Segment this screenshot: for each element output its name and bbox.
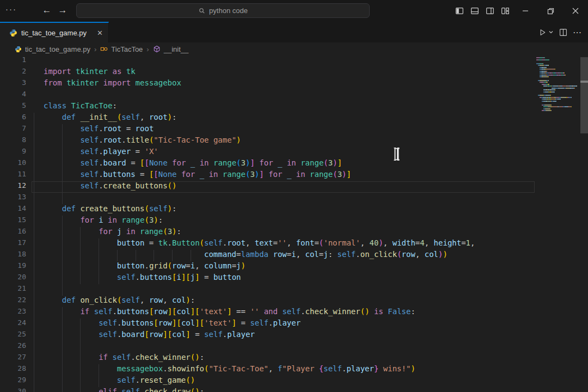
code-line[interactable]: from tkinter import messagebox — [0, 78, 536, 90]
breadcrumb-separator: › — [94, 45, 96, 53]
minimap-line — [544, 57, 545, 58]
gutter-scope-guide — [34, 136, 34, 147]
breadcrumb-method[interactable]: __init__ — [164, 45, 189, 53]
tab-bar: tic_tac_toe_game.py ✕ ⋯ — [0, 22, 588, 42]
toggle-secondary-sidebar-button[interactable] — [482, 0, 498, 22]
code-line[interactable]: self.player = 'X' — [0, 147, 536, 158]
code-text: button = tk.Button(self.root, text='', f… — [44, 238, 475, 247]
minimap-line — [565, 75, 566, 76]
code-line[interactable]: for i in range(3): — [0, 216, 536, 227]
python-file-icon — [9, 29, 17, 37]
code-line[interactable]: self.buttons = [[None for _ in range(3)]… — [0, 170, 536, 181]
breadcrumb-file[interactable]: tic_tac_toe_game.py — [25, 45, 90, 53]
code-line[interactable]: self.buttons[row][col]['text'] = self.pl… — [0, 318, 536, 330]
gutter-scope-guide — [34, 341, 34, 353]
customize-layout-button[interactable] — [498, 0, 513, 22]
minimap-line — [547, 82, 548, 83]
code-line[interactable]: button.grid(row=i, column=j) — [0, 261, 536, 273]
minimap-line — [545, 59, 549, 60]
minimap-line — [548, 76, 549, 77]
minimap-line — [548, 65, 549, 66]
breadcrumb-class[interactable]: TicTacToe — [111, 45, 143, 53]
toggle-panel-button[interactable] — [467, 0, 482, 22]
tab-tic-tac-toe-game[interactable]: tic_tac_toe_game.py ✕ — [0, 22, 109, 42]
restore-button[interactable] — [538, 0, 563, 22]
gutter-scope-guide — [34, 330, 34, 341]
code-text: elif self.check_draw(): — [44, 387, 204, 392]
code-line[interactable]: class TicTacToe: — [0, 101, 536, 113]
minimap-line — [558, 99, 561, 100]
tab-close-button[interactable]: ✕ — [96, 29, 104, 37]
code-text: self.board[row][col] = self.player — [44, 330, 255, 339]
code-line[interactable]: self.root = root — [0, 124, 536, 136]
code-text: self.board = [[None for _ in range(3)] f… — [44, 158, 342, 167]
minimap[interactable] — [536, 56, 578, 392]
gutter-scope-guide — [34, 147, 34, 158]
minimap-line — [564, 72, 565, 74]
title-bar: ··· ← → python code — [0, 0, 588, 22]
menu-overflow-button[interactable]: ··· — [5, 4, 17, 14]
gutter-scope-guide — [34, 353, 34, 364]
code-text: self.root = root — [44, 124, 154, 133]
run-button[interactable] — [538, 28, 554, 36]
toggle-primary-sidebar-button[interactable] — [452, 0, 467, 22]
command-center-search[interactable]: python code — [76, 3, 370, 18]
indent-guide — [62, 341, 63, 353]
minimize-button[interactable] — [513, 0, 538, 22]
vertical-scrollbar[interactable] — [580, 56, 588, 392]
indent-guide — [62, 284, 63, 296]
code-text: def on_click(self, row, col): — [44, 296, 195, 304]
code-line[interactable]: self.board[row][col] = self.player — [0, 330, 536, 341]
code-line[interactable] — [0, 341, 536, 353]
code-line[interactable]: command=lambda row=i, col=j: self.on_cli… — [0, 250, 536, 261]
code-line[interactable]: if self.check_winner(): — [0, 353, 536, 364]
gutter-scope-guide — [34, 296, 34, 307]
code-line[interactable] — [0, 284, 536, 296]
minimap-line — [555, 89, 555, 90]
code-line[interactable]: button = tk.Button(self.root, text='', f… — [0, 238, 536, 250]
more-actions-button[interactable]: ⋯ — [573, 27, 581, 38]
code-text: self.buttons[row][col]['text'] = self.pl… — [44, 318, 301, 327]
code-line[interactable]: def __init__(self, root): — [0, 113, 536, 124]
minimap-line — [552, 106, 558, 107]
minimap-line — [551, 105, 552, 106]
code-text: import tkinter as tk — [44, 67, 136, 76]
split-editor-button[interactable] — [559, 28, 567, 36]
nav-back-button[interactable]: ← — [41, 4, 53, 17]
minimap-line — [543, 106, 548, 107]
code-line[interactable]: self.buttons[i][j] = button — [0, 273, 536, 284]
code-editor: 1234567891011121314151617181920212223242… — [0, 56, 588, 392]
code-line[interactable]: import tkinter as tk — [0, 67, 536, 78]
code-line[interactable]: self.root.title("Tic-Tac-Toe game") — [0, 136, 536, 147]
code-line[interactable]: def create_buttons(self): — [0, 204, 536, 216]
minimap-line — [561, 97, 567, 98]
minimap-line — [547, 69, 554, 70]
code-line[interactable]: self.reset_game() — [0, 376, 536, 387]
code-text: from tkinter import messagebox — [44, 78, 181, 87]
code-text: if self.buttons[row][col]['text'] == '' … — [44, 307, 415, 316]
close-window-button[interactable] — [563, 0, 588, 22]
code-line[interactable]: messagebox.showinfo("Tic-Tac-Toe", f"Pla… — [0, 364, 536, 376]
code-text: def __init__(self, root): — [44, 113, 176, 121]
minimap-line — [549, 84, 549, 85]
code-line[interactable]: for j in range(3): — [0, 227, 536, 238]
code-line[interactable]: if self.buttons[row][col]['text'] == '' … — [0, 307, 536, 318]
minimap-line — [546, 108, 550, 109]
code-line[interactable] — [0, 56, 536, 67]
code-line[interactable] — [0, 193, 536, 204]
code-lines[interactable]: import tkinter as tkfrom tkinter import … — [0, 56, 536, 392]
code-line[interactable] — [0, 90, 536, 101]
code-text: self.buttons = [[None for _ in range(3)]… — [44, 170, 351, 179]
gutter-scope-guide — [34, 124, 34, 136]
nav-forward-button[interactable]: → — [57, 4, 69, 17]
gutter-scope-guide — [34, 387, 34, 392]
code-line[interactable]: self.board = [[None for _ in range(3)] f… — [0, 158, 536, 170]
code-line[interactable]: elif self.check_draw(): — [0, 387, 536, 392]
code-line[interactable]: self.create_buttons() — [0, 181, 536, 193]
code-line[interactable]: def on_click(self, row, col): — [0, 296, 536, 307]
gutter-scope-guide — [34, 376, 34, 387]
tab-label: tic_tac_toe_game.py — [21, 29, 92, 37]
scrollbar-thumb[interactable] — [580, 57, 588, 133]
minimap-line — [540, 80, 546, 81]
minimap-line — [545, 67, 547, 68]
